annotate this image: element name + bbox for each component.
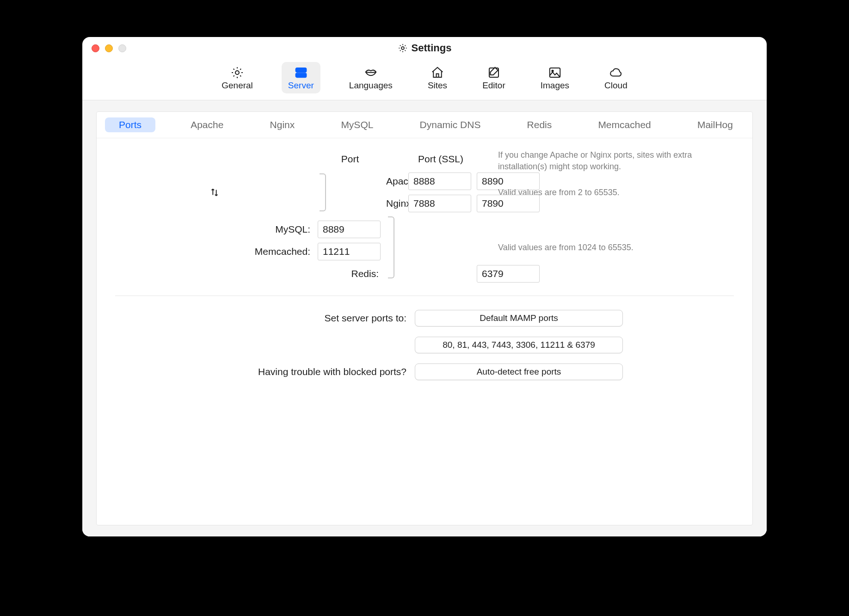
swap-ports-button[interactable] [115, 187, 314, 197]
gear-icon [229, 66, 245, 80]
home-icon [430, 66, 445, 80]
memcached-port-input[interactable] [318, 243, 381, 260]
svg-point-1 [235, 71, 239, 74]
toolbar-label: Languages [349, 80, 393, 91]
cloud-icon [608, 66, 624, 80]
redis-port-input[interactable] [477, 265, 540, 283]
toolbar-tab-sites[interactable]: Sites [421, 62, 454, 93]
port-ssl-header: Port (SSL) [408, 154, 473, 168]
toolbar-label: Sites [428, 80, 447, 91]
image-icon [547, 66, 563, 80]
hint-warning: If you change Apache or Nginx ports, sit… [492, 149, 734, 172]
memcached-label: Memcached: [115, 246, 314, 257]
subtab-mailhog[interactable]: MailHog [686, 117, 744, 132]
toolbar-tab-general[interactable]: General [215, 62, 259, 93]
subtab-mysql[interactable]: MySQL [330, 117, 384, 132]
gear-icon [398, 43, 408, 53]
svg-point-0 [401, 47, 404, 49]
content: Port Port (SSL) If you change Apache or … [97, 138, 752, 391]
ports-grid: Port Port (SSL) If you change Apache or … [115, 149, 734, 283]
panel: Ports Apache Nginx MySQL Dynamic DNS Red… [96, 111, 753, 525]
toolbar-label: Images [541, 80, 569, 91]
hint-db-range: Valid values are from 1024 to 65535. [492, 242, 734, 253]
bracket-icon [320, 173, 326, 211]
default-mamp-ports-button[interactable]: Default MAMP ports [415, 310, 623, 326]
toolbar-label: General [221, 80, 253, 91]
subtab-row: Ports Apache Nginx MySQL Dynamic DNS Red… [97, 112, 752, 138]
toolbar-label: Cloud [604, 80, 628, 91]
svg-point-4 [297, 69, 299, 71]
port-header: Port [318, 154, 382, 168]
subtab-redis[interactable]: Redis [516, 117, 563, 132]
toolbar-label: Editor [482, 80, 505, 91]
subtab-memcached[interactable]: Memcached [587, 117, 662, 132]
redis-label: Redis: [318, 268, 382, 279]
subtab-dynamicdns[interactable]: Dynamic DNS [409, 117, 492, 132]
apache-port-input[interactable] [408, 172, 471, 190]
toolbar-tab-server[interactable]: Server [282, 62, 320, 93]
mysql-label: MySQL: [115, 224, 314, 235]
edit-icon [486, 66, 502, 80]
action-buttons: Set server ports to: Default MAMP ports … [115, 310, 734, 380]
close-window-button[interactable] [92, 44, 99, 52]
subtab-apache[interactable]: Apache [179, 117, 234, 132]
toolbar-tab-languages[interactable]: Languages [343, 62, 399, 93]
toolbar-tab-cloud[interactable]: Cloud [598, 62, 634, 93]
window-title: Settings [82, 42, 767, 54]
nginx-ssl-port-input[interactable] [477, 195, 540, 212]
body: Ports Apache Nginx MySQL Dynamic DNS Red… [82, 100, 767, 536]
toolbar-label: Server [288, 80, 314, 91]
separator [115, 296, 734, 296]
mysql-port-input[interactable] [318, 221, 381, 238]
settings-window: Settings General Server [82, 37, 767, 536]
bracket-icon [388, 216, 394, 278]
toolbar-tab-images[interactable]: Images [534, 62, 576, 93]
apache-label: Apache: [386, 176, 405, 187]
svg-point-5 [297, 74, 299, 76]
toolbar-tab-editor[interactable]: Editor [476, 62, 512, 93]
standard-ports-button[interactable]: 80, 81, 443, 7443, 3306, 11211 & 6379 [415, 337, 623, 353]
nginx-label: Nginx: [386, 198, 405, 209]
nginx-port-input[interactable] [408, 195, 471, 212]
titlebar: Settings [82, 37, 767, 59]
trouble-label: Having trouble with blocked ports? [115, 366, 406, 377]
set-ports-label: Set server ports to: [115, 313, 406, 324]
minimize-window-button[interactable] [105, 44, 113, 52]
swap-icon [209, 187, 220, 197]
window-controls [92, 44, 126, 52]
svg-point-10 [552, 70, 553, 72]
lips-icon [363, 66, 379, 80]
auto-detect-ports-button[interactable]: Auto-detect free ports [415, 363, 623, 380]
subtab-nginx[interactable]: Nginx [259, 117, 306, 132]
toolbar: General Server Languages S [82, 59, 767, 100]
server-icon [293, 66, 309, 80]
zoom-window-button[interactable] [118, 44, 126, 52]
subtab-ports[interactable]: Ports [105, 117, 155, 132]
